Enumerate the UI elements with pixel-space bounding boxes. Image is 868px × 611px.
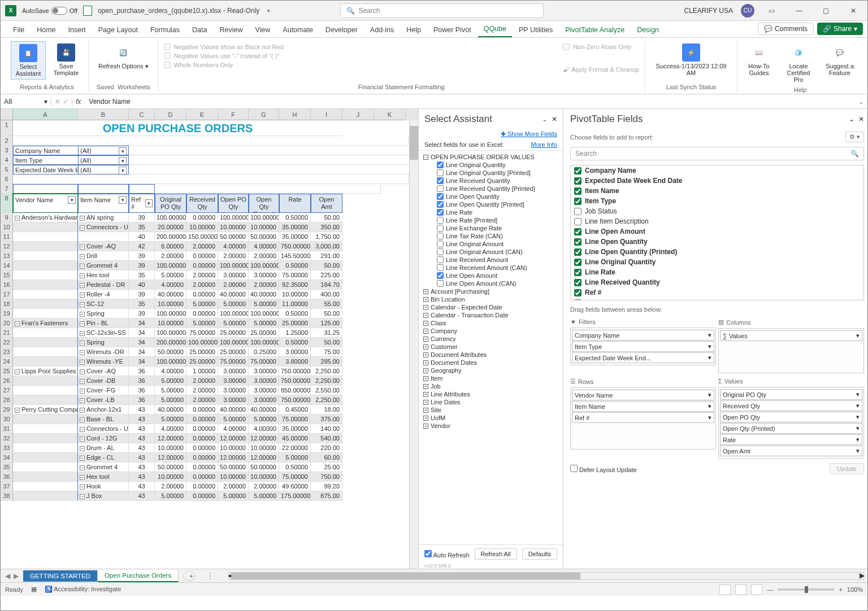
zoom-in-button[interactable]: +: [839, 586, 842, 593]
data-cell[interactable]: 50.00: [311, 213, 342, 222]
ref-cell[interactable]: 34: [129, 328, 155, 338]
data-cell[interactable]: 750.00000: [279, 395, 311, 405]
data-cell[interactable]: 5.00000: [249, 491, 279, 501]
data-cell[interactable]: 31.25: [311, 328, 342, 338]
tab-view[interactable]: View: [249, 23, 276, 37]
tab-design[interactable]: Design: [631, 23, 665, 37]
ref-cell[interactable]: 36: [129, 395, 155, 405]
data-cell[interactable]: 40.00000: [218, 405, 249, 414]
data-cell[interactable]: 10.00000: [155, 318, 186, 328]
row-header-1[interactable]: 1: [1, 120, 13, 136]
tree-category[interactable]: + Site: [420, 406, 562, 414]
tab-formulas[interactable]: Formulas: [145, 23, 185, 37]
tab-next-icon[interactable]: ▶: [14, 572, 19, 580]
item-cell[interactable]: −Hex tool: [78, 270, 129, 280]
chevron-down-icon[interactable]: ▾: [856, 447, 860, 455]
data-cell[interactable]: 3,000.00: [311, 242, 342, 251]
tree-expand-icon[interactable]: +: [423, 360, 428, 365]
data-cell[interactable]: 2.00000: [186, 270, 218, 280]
data-cell[interactable]: 18.00: [311, 405, 342, 414]
vendor-cell[interactable]: [13, 347, 78, 357]
item-cell[interactable]: −Cover -DB: [78, 376, 129, 386]
field-dropdown[interactable]: ▾: [119, 196, 127, 204]
item-cell[interactable]: −Roller -4: [78, 290, 129, 299]
item-cell[interactable]: −Hex tool: [78, 472, 129, 482]
row-header-28[interactable]: 28: [1, 395, 13, 405]
item-cell[interactable]: −Cover -LB: [78, 395, 129, 405]
tree-field[interactable]: Line Received Quantity [Printed]: [420, 185, 562, 193]
row-header-9[interactable]: 9: [1, 213, 13, 222]
col-header-H[interactable]: H: [279, 109, 311, 120]
area-pill[interactable]: Item Type▾: [572, 341, 714, 352]
tree-expand-icon[interactable]: +: [423, 313, 428, 318]
row-header-35[interactable]: 35: [1, 462, 13, 472]
data-cell[interactable]: 0.45000: [279, 405, 311, 414]
data-cell[interactable]: 3.00000: [249, 376, 279, 386]
vendor-cell[interactable]: [13, 424, 78, 434]
pf-field[interactable]: Line Original Quantity: [571, 257, 863, 267]
collapse-icon[interactable]: −: [80, 369, 85, 374]
chevron-down-icon[interactable]: ▾: [708, 391, 711, 399]
data-cell[interactable]: 0.50000: [279, 213, 311, 222]
ref-cell[interactable]: 40: [129, 280, 155, 290]
collapse-icon[interactable]: −: [15, 369, 20, 374]
item-cell[interactable]: −AN spring: [78, 213, 129, 222]
search-input[interactable]: 🔍 Search: [340, 3, 544, 18]
filter-label[interactable]: Company Name: [13, 146, 78, 155]
collapse-icon[interactable]: −: [80, 312, 85, 317]
data-cell[interactable]: 99.20: [311, 482, 342, 491]
data-cell[interactable]: 0.00000: [186, 472, 218, 482]
tree-expand-icon[interactable]: +: [423, 368, 428, 373]
data-cell[interactable]: 49.60000: [279, 482, 311, 491]
item-cell[interactable]: −Grommet 4: [78, 462, 129, 472]
tree-field[interactable]: Line Tax Rate (CAN): [420, 232, 562, 240]
tree-expand-icon[interactable]: +: [423, 384, 428, 389]
collapse-icon[interactable]: −: [80, 360, 85, 365]
collapse-icon[interactable]: −: [80, 331, 85, 336]
tree-category[interactable]: + Item: [420, 374, 562, 382]
cancel-icon[interactable]: ✕: [55, 98, 60, 106]
tab-review[interactable]: Review: [214, 23, 248, 37]
data-cell[interactable]: 0.50000: [279, 309, 311, 318]
area-pill[interactable]: Open Amt▾: [720, 446, 862, 456]
data-cell[interactable]: 35.00000: [279, 222, 311, 232]
area-pill[interactable]: Expected Date Week End...▾: [572, 352, 714, 363]
pf-field[interactable]: Expected Date Week End Date: [571, 176, 863, 186]
data-cell[interactable]: 850.00000: [279, 386, 311, 395]
data-cell[interactable]: 12.00000: [249, 453, 279, 462]
tree-expand-icon[interactable]: +: [423, 352, 428, 357]
data-cell[interactable]: 25.00000: [218, 328, 249, 338]
pf-search-input[interactable]: Search🔍: [570, 147, 864, 160]
collapse-icon[interactable]: −: [15, 216, 20, 221]
data-cell[interactable]: 150.00000: [186, 232, 218, 242]
values-area[interactable]: ΣValues Original PO Qty▾Received Qty▾Ope…: [718, 376, 864, 459]
data-cell[interactable]: 5.00000: [155, 395, 186, 405]
data-cell[interactable]: 25.00000: [218, 347, 249, 357]
data-cell[interactable]: 100.00000: [249, 261, 279, 270]
tree-expand-icon[interactable]: +: [423, 344, 428, 350]
data-cell[interactable]: 4.00000: [218, 242, 249, 251]
ref-cell[interactable]: 36: [129, 386, 155, 395]
ref-cell[interactable]: 42: [129, 242, 155, 251]
tree-category[interactable]: + Company: [420, 327, 562, 335]
chevron-down-icon[interactable]: ▾: [856, 436, 860, 443]
col-header-K[interactable]: K: [374, 109, 406, 120]
val-header[interactable]: Open Qty (Printed): [249, 194, 279, 213]
row-header-22[interactable]: 22: [1, 338, 13, 347]
area-pill[interactable]: Ref #▾: [572, 412, 714, 423]
tree-expand-icon[interactable]: +: [423, 289, 428, 294]
tree-expand-icon[interactable]: +: [423, 424, 428, 429]
data-cell[interactable]: 10.00000: [279, 290, 311, 299]
vendor-cell[interactable]: [13, 222, 78, 232]
data-cell[interactable]: 220.00: [311, 443, 342, 453]
nonzero-rows-check[interactable]: Non-Zero Rows Only: [563, 43, 639, 50]
data-cell[interactable]: 10.00000: [249, 222, 279, 232]
maximize-button[interactable]: ▢: [817, 3, 836, 19]
data-cell[interactable]: 75.00: [311, 347, 342, 357]
col-header-D[interactable]: D: [155, 109, 186, 120]
item-cell[interactable]: −Anchor-12x1: [78, 405, 129, 414]
data-cell[interactable]: 92.35000: [279, 280, 311, 290]
collapse-icon[interactable]: −: [80, 216, 85, 221]
tab-automate[interactable]: Automate: [277, 23, 319, 37]
pf-field[interactable]: Transaction Date: [571, 298, 863, 300]
